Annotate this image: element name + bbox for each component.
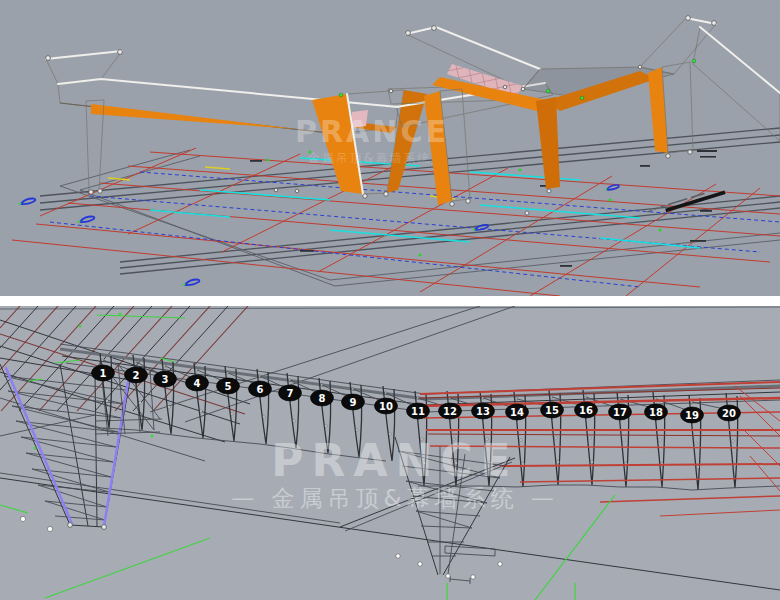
section-marker: 1 — [92, 365, 115, 381]
section-marker: 3 — [154, 371, 177, 387]
section-marker: 10 — [375, 398, 398, 414]
section-marker-label: 5 — [225, 381, 232, 392]
svg-text:PRANCE: PRANCE — [271, 435, 518, 486]
section-marker-label: 19 — [685, 410, 699, 421]
section-marker-label: 14 — [510, 407, 524, 418]
section-marker: 18 — [645, 404, 668, 420]
watermark-bottom: PRANCE — 金属吊顶&幕墙系统 — — [231, 435, 559, 511]
section-marker-label: 18 — [649, 407, 663, 418]
screenshot-canvas: { "window": { "width": 780, "height": 60… — [0, 0, 780, 600]
section-marker: 8 — [311, 390, 334, 406]
section-marker-label: 6 — [257, 384, 264, 395]
svg-text:金属吊顶&幕墙系统: 金属吊顶&幕墙系统 — [307, 151, 431, 165]
bottom-viewport[interactable]: PRANCE — 金属吊顶&幕墙系统 — 1234567891011121314… — [0, 306, 780, 600]
section-marker: 13 — [472, 403, 495, 419]
section-marker-label: 9 — [350, 397, 357, 408]
section-marker: 12 — [439, 403, 462, 419]
section-marker: 5 — [217, 378, 240, 394]
section-marker: 9 — [342, 394, 365, 410]
top-viewport-svg: PRANCE 金属吊顶&幕墙系统 — [0, 0, 780, 296]
section-marker-label: 10 — [379, 401, 393, 412]
section-marker: 19 — [681, 407, 704, 423]
section-marker-label: 12 — [443, 406, 457, 417]
section-marker-label: 7 — [287, 388, 294, 399]
bottom-viewport-svg: PRANCE — 金属吊顶&幕墙系统 — 1234567891011121314… — [0, 306, 780, 600]
section-marker-label: 20 — [722, 408, 736, 419]
section-marker: 14 — [506, 404, 529, 420]
section-marker: 6 — [249, 381, 272, 397]
section-marker: 20 — [718, 405, 741, 421]
section-marker-label: 4 — [194, 378, 201, 389]
section-marker: 7 — [279, 385, 302, 401]
section-marker-label: 1 — [100, 368, 107, 379]
section-marker: 4 — [186, 375, 209, 391]
section-marker: 11 — [407, 403, 430, 419]
section-marker: 16 — [575, 402, 598, 418]
svg-text:— 金属吊顶&幕墙系统 —: — 金属吊顶&幕墙系统 — — [231, 485, 559, 511]
section-marker-label: 17 — [613, 407, 627, 418]
top-viewport[interactable]: PRANCE 金属吊顶&幕墙系统 — [0, 0, 780, 296]
section-marker-label: 11 — [411, 406, 425, 417]
svg-text:PRANCE: PRANCE — [295, 114, 449, 149]
section-marker-label: 16 — [579, 405, 593, 416]
section-marker: 2 — [125, 367, 148, 383]
section-marker-label: 13 — [476, 406, 490, 417]
section-marker: 15 — [541, 402, 564, 418]
section-marker-label: 8 — [319, 393, 326, 404]
section-marker-label: 15 — [545, 405, 559, 416]
watermark-top: PRANCE 金属吊顶&幕墙系统 — [295, 114, 449, 165]
section-marker-label: 3 — [162, 374, 169, 385]
section-marker: 17 — [609, 404, 632, 420]
section-marker-label: 2 — [133, 370, 140, 381]
